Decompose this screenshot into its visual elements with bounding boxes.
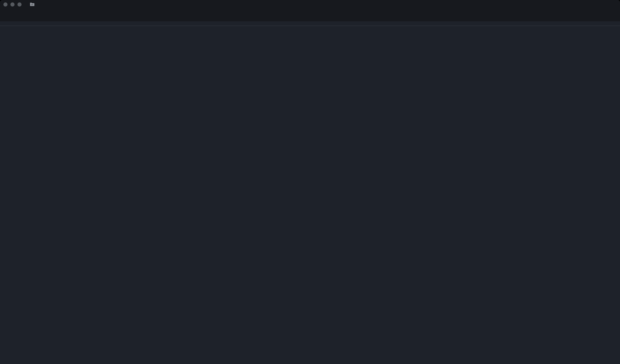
terminal-content[interactable] [0, 21, 620, 364]
pane-divider[interactable] [0, 26, 620, 26]
zoom-button[interactable] [17, 2, 22, 7]
terminal-window [0, 0, 620, 364]
folder-icon [30, 2, 35, 6]
minimize-button[interactable] [10, 2, 15, 7]
tab-bar [0, 9, 620, 21]
title-bar [0, 0, 620, 9]
close-button[interactable] [3, 2, 8, 7]
hubble-log-pane[interactable] [0, 21, 620, 24]
